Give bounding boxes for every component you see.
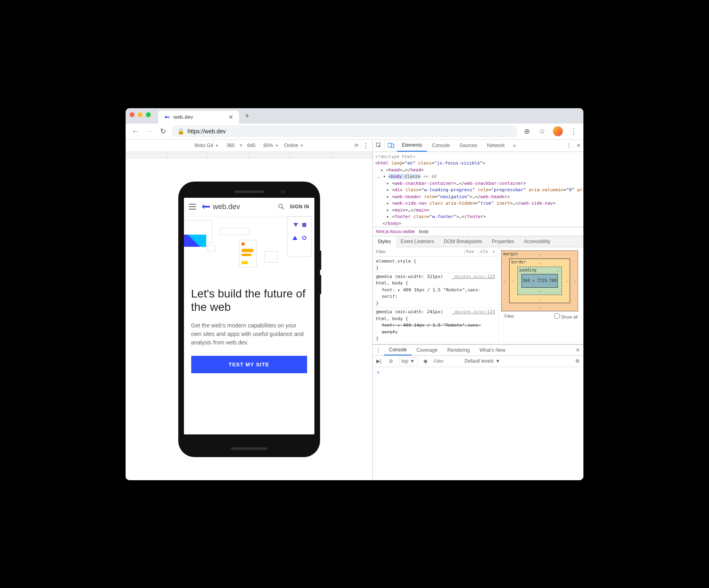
console-prompt[interactable]: > <box>377 370 380 375</box>
computed-filter[interactable]: Filter <box>504 314 514 319</box>
console-filter-input[interactable] <box>433 358 461 364</box>
favicon-icon <box>164 114 170 120</box>
console-settings-icon[interactable]: ⚙ <box>573 357 582 366</box>
rotate-icon[interactable]: ⟳ <box>354 143 359 148</box>
clear-console-icon[interactable]: ⊘ <box>387 357 395 366</box>
device-dimensions[interactable]: 360 × 640 <box>224 142 258 149</box>
drawer-close-icon[interactable]: ✕ <box>572 345 583 355</box>
devtools-close-icon[interactable]: ✕ <box>574 140 583 152</box>
devtools-menu-icon[interactable]: ⋮ <box>564 140 574 152</box>
subtab-styles[interactable]: Styles <box>373 236 396 247</box>
hov-toggle[interactable]: :hov <box>463 249 474 254</box>
device-viewport-pane: Moto G4 360 × 640 80% Online ⟳ ⋮ <box>126 140 373 480</box>
profile-avatar[interactable] <box>553 126 563 137</box>
phone-side-button <box>320 275 321 294</box>
window-controls <box>130 112 151 117</box>
browser-menu-icon[interactable]: ⋮ <box>569 126 579 136</box>
console-sidebar-toggle-icon[interactable]: ▶| <box>374 357 383 366</box>
sign-in-link[interactable]: SIGN IN <box>290 204 309 210</box>
device-select[interactable]: Moto G4 <box>194 143 218 148</box>
device-toolbar-toggle-icon[interactable] <box>385 140 397 152</box>
svg-rect-4 <box>391 144 393 148</box>
ruler <box>126 152 372 158</box>
tabs-overflow-icon[interactable]: » <box>510 140 519 152</box>
cls-toggle[interactable]: .cls <box>478 249 489 254</box>
device-height[interactable]: 640 <box>245 142 258 149</box>
drawer-tabs: ⋮ Console Coverage Rendering What's New … <box>373 344 583 356</box>
titlebar: web.dev ✕ + <box>126 108 583 124</box>
phone-side-button <box>320 250 321 270</box>
throttle-select[interactable]: Online <box>284 143 303 148</box>
drawer-tab-rendering[interactable]: Rendering <box>442 345 474 355</box>
browser-tab[interactable]: web.dev ✕ <box>158 111 239 124</box>
tab-sources[interactable]: Sources <box>455 140 482 152</box>
show-all-checkbox[interactable]: Show all <box>554 313 578 319</box>
phone-speaker <box>235 190 264 193</box>
box-model-content: 360 × 7729.700 <box>521 274 558 288</box>
menu-icon[interactable] <box>189 204 196 210</box>
site-brand[interactable]: web.dev <box>201 203 240 211</box>
minimize-window-button[interactable] <box>138 112 143 117</box>
dom-breadcrumb[interactable]: html.js-focus-visible body <box>373 227 583 236</box>
phone-camera <box>281 190 285 194</box>
console-toolbar: ▶| ⊘ top ▼ ◉ Default levels ▼ ⚙ <box>373 356 583 367</box>
tab-console[interactable]: Console <box>427 140 455 152</box>
subtab-event-listeners[interactable]: Event Listeners <box>396 236 439 247</box>
styles-rules[interactable]: element.style { } _mixins.scss:123 @medi… <box>373 257 498 344</box>
device-toolbar: Moto G4 360 × 640 80% Online ⟳ ⋮ <box>126 140 372 152</box>
devtools-tabs: Elements Console Sources Network » ⋮ ✕ <box>373 140 583 152</box>
drawer-tab-whatsnew[interactable]: What's New <box>474 345 510 355</box>
bookmark-star-icon[interactable]: ☆ <box>537 126 547 136</box>
subtab-accessibility[interactable]: Accessibility <box>519 236 555 247</box>
drawer-tab-coverage[interactable]: Coverage <box>412 345 442 355</box>
omnibox[interactable]: 🔒 https://web.dev <box>172 125 518 137</box>
dom-tree[interactable]: <!doctype html> <html lang="en" class="j… <box>373 152 583 227</box>
hero-body: Get the web's modern capabilities on you… <box>191 321 307 347</box>
site-header: web.dev SIGN IN <box>184 198 314 216</box>
inspect-element-icon[interactable] <box>373 140 385 152</box>
test-my-site-button[interactable]: TEST MY SITE <box>191 356 307 373</box>
styles-pane: :hov .cls ＋ element.style { } _mixins.sc… <box>373 247 583 344</box>
tab-elements[interactable]: Elements <box>397 140 427 152</box>
console-context-select[interactable]: top ▼ <box>399 357 418 365</box>
svg-point-0 <box>279 204 282 208</box>
lock-icon: 🔒 <box>177 128 184 135</box>
reload-button[interactable]: ↻ <box>158 126 168 136</box>
device-stage: web.dev SIGN IN <box>126 158 372 480</box>
content-area: Moto G4 360 × 640 80% Online ⟳ ⋮ <box>126 140 583 480</box>
browser-window: web.dev ✕ + ← → ↻ 🔒 https://web.dev ⊕ ☆ … <box>126 108 583 480</box>
install-icon[interactable]: ⊕ <box>522 126 532 136</box>
forward-button[interactable]: → <box>144 126 154 136</box>
drawer-menu-icon[interactable]: ⋮ <box>373 345 384 355</box>
drawer-tab-console[interactable]: Console <box>384 345 412 355</box>
hero-illustration <box>184 216 314 277</box>
console-levels-select[interactable]: Default levels ▼ <box>465 358 500 364</box>
svg-line-1 <box>282 207 284 210</box>
live-expression-icon[interactable]: ◉ <box>421 357 430 366</box>
new-rule-icon[interactable]: ＋ <box>491 248 496 254</box>
devtools: Elements Console Sources Network » ⋮ ✕ <… <box>373 140 583 480</box>
phone-screen[interactable]: web.dev SIGN IN <box>184 198 314 434</box>
device-width[interactable]: 360 <box>224 142 237 149</box>
hero: Let's build the future of the web Get th… <box>184 277 314 377</box>
search-icon[interactable] <box>278 203 285 210</box>
address-bar: ← → ↻ 🔒 https://web.dev ⊕ ☆ ⋮ <box>126 124 583 140</box>
styles-filter-input[interactable] <box>373 247 461 256</box>
maximize-window-button[interactable] <box>146 112 151 117</box>
webdev-logo-icon <box>201 203 211 211</box>
url-text: https://web.dev <box>188 128 226 135</box>
device-toolbar-more-icon[interactable]: ⋮ <box>363 142 369 150</box>
phone-frame: web.dev SIGN IN <box>178 182 320 457</box>
back-button[interactable]: ← <box>130 126 140 136</box>
styles-subtabs: Styles Event Listeners DOM Breakpoints P… <box>373 236 583 247</box>
close-window-button[interactable] <box>130 112 135 117</box>
phone-home-bar <box>231 447 267 450</box>
subtab-dom-breakpoints[interactable]: DOM Breakpoints <box>439 236 487 247</box>
tab-network[interactable]: Network <box>482 140 510 152</box>
console-body[interactable]: > <box>373 367 583 480</box>
close-tab-icon[interactable]: ✕ <box>229 114 233 120</box>
subtab-properties[interactable]: Properties <box>487 236 519 247</box>
tab-title: web.dev <box>173 114 193 120</box>
new-tab-button[interactable]: + <box>241 111 253 122</box>
zoom-select[interactable]: 80% <box>263 143 278 148</box>
